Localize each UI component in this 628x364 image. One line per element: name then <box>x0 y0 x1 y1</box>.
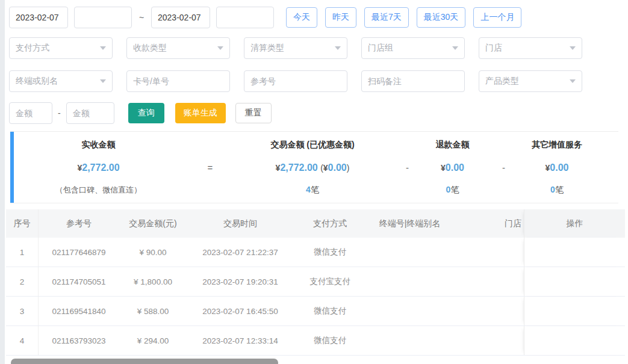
receipt-type-select[interactable]: 收款类型 <box>126 37 230 59</box>
cell-amount: ¥ 294.00 <box>119 326 187 355</box>
product-type-select-placeholder: 产品类型 <box>485 76 519 87</box>
cell-store <box>453 238 524 267</box>
cell-time: 2023-02-07 19:20:31 <box>187 267 294 296</box>
cell-time: 2023-02-07 21:22:37 <box>187 238 294 267</box>
chevron-down-icon <box>570 46 576 50</box>
quick-range-yesterday-button[interactable]: 昨天 <box>325 7 356 28</box>
date-range-separator: ~ <box>138 13 145 22</box>
end-date-input[interactable] <box>151 7 210 28</box>
cell-store <box>453 326 524 355</box>
summary-note: （包含口碑、微信直连） <box>14 185 183 196</box>
amount-range-separator: - <box>58 108 61 118</box>
summary-minus-separator: - <box>388 132 427 203</box>
cell-time: 2023-02-07 16:45:50 <box>187 297 294 325</box>
date-filter-row: ~ 今天 昨天 最近7天 最近30天 上一个月 <box>9 7 529 28</box>
pay-method-select[interactable]: 支付方式 <box>9 37 113 59</box>
header-time: 交易时间 <box>187 209 294 238</box>
scan-remark-input[interactable] <box>361 70 465 92</box>
receipt-type-select-placeholder: 收款类型 <box>133 43 167 54</box>
cell-store <box>453 267 524 296</box>
settlement-type-select[interactable]: 清算类型 <box>244 37 347 59</box>
settlement-type-select-placeholder: 清算类型 <box>250 43 284 54</box>
summary-equals-separator: = <box>183 132 237 203</box>
start-date-input[interactable] <box>9 7 68 28</box>
summary-minus-separator: - <box>478 132 529 203</box>
end-time-input[interactable] <box>216 7 274 28</box>
chevron-down-icon <box>452 46 458 50</box>
product-type-select[interactable]: 产品类型 <box>479 70 582 92</box>
cell-seq: 3 <box>6 297 39 325</box>
amount-min-input[interactable] <box>9 102 52 124</box>
terminal-alias-select-placeholder: 终端或别名 <box>16 76 58 87</box>
quick-range-today-button[interactable]: 今天 <box>286 7 317 28</box>
table-row[interactable]: 1 021177646879 ¥ 90.00 2023-02-07 21:22:… <box>6 238 625 267</box>
summary-count: 0笔 <box>529 185 585 196</box>
table-row[interactable]: 2 021174705051 ¥ 1,800.00 2023-02-07 19:… <box>6 267 625 297</box>
store-group-select-placeholder: 门店组 <box>368 43 393 54</box>
cell-amount: ¥ 90.00 <box>119 238 187 267</box>
cell-pay-method: 微信支付 <box>294 326 366 355</box>
store-group-select[interactable]: 门店组 <box>361 37 465 59</box>
summary-amount: ¥0.00 <box>427 162 478 173</box>
cell-terminal <box>366 238 453 267</box>
cell-pay-method: 微信支付 <box>294 238 366 267</box>
chevron-down-icon <box>100 46 106 50</box>
quick-range-last7days-button[interactable]: 最近7天 <box>364 7 409 28</box>
quick-range-lastmonth-button[interactable]: 上一个月 <box>473 7 521 28</box>
cell-action[interactable] <box>524 326 625 355</box>
cell-ref: 021177646879 <box>39 238 119 267</box>
header-terminal: 终端号|终端别名 <box>366 209 453 238</box>
cell-terminal <box>366 326 453 355</box>
cell-amount: ¥ 1,800.00 <box>119 267 187 296</box>
summary-refund-amount: 退款金额 ¥0.00 0笔 <box>427 132 478 203</box>
summary-label: 交易金额 (已优惠金额) <box>237 140 388 150</box>
cell-amount: ¥ 588.00 <box>119 297 187 325</box>
header-amount: 交易金额(元) <box>119 209 187 238</box>
quick-range-last30days-button[interactable]: 最近30天 <box>417 7 466 28</box>
settlement-summary: 实收金额 ¥2,772.00 （包含口碑、微信直连） = 交易金额 (已优惠金额… <box>10 131 618 203</box>
header-seq: 序号 <box>6 209 39 238</box>
action-row: - 查询 账单生成 重置 <box>9 102 272 124</box>
summary-label: 实收金额 <box>14 140 183 150</box>
summary-amount: ¥2,772.00 (¥0.00) <box>237 162 388 173</box>
store-select[interactable]: 门店 <box>479 37 582 59</box>
amount-max-input[interactable] <box>66 102 114 124</box>
bill-generate-button[interactable]: 账单生成 <box>175 103 226 123</box>
summary-value-added-services: 其它增值服务 ¥0.00 0笔 <box>529 132 585 203</box>
header-store: 门店 <box>453 209 524 238</box>
cell-pay-method: 微信支付 <box>294 297 366 325</box>
cell-action[interactable] <box>524 267 625 296</box>
reference-number-input[interactable] <box>244 70 347 92</box>
cell-ref: 021169541840 <box>39 297 119 325</box>
cell-pay-method: 支付宝支付 <box>294 267 366 296</box>
quick-range-bar: 今天 昨天 最近7天 最近30天 上一个月 <box>286 7 529 28</box>
header-action: 操作 <box>524 209 625 238</box>
cell-ref: 021163793023 <box>39 326 119 355</box>
summary-count: 0笔 <box>427 185 478 196</box>
card-number-input[interactable] <box>126 70 230 92</box>
cell-action[interactable] <box>524 297 625 325</box>
cell-seq: 2 <box>6 267 39 296</box>
horizontal-scrollbar-thumb[interactable] <box>11 359 278 364</box>
table-row[interactable]: 4 021163793023 ¥ 294.00 2023-02-07 12:33… <box>6 326 625 356</box>
summary-label: 其它增值服务 <box>529 140 585 150</box>
cell-seq: 1 <box>6 238 39 267</box>
chevron-down-icon <box>335 46 341 50</box>
cell-store <box>453 297 524 325</box>
reset-button[interactable]: 重置 <box>235 103 272 123</box>
search-button[interactable]: 查询 <box>128 103 164 123</box>
chevron-down-icon <box>570 79 576 83</box>
chevron-down-icon <box>217 46 223 50</box>
summary-received-amount: 实收金额 ¥2,772.00 （包含口碑、微信直连） <box>14 132 183 203</box>
table-row[interactable]: 3 021169541840 ¥ 588.00 2023-02-07 16:45… <box>6 297 625 326</box>
cell-action[interactable] <box>524 238 625 267</box>
terminal-alias-select[interactable]: 终端或别名 <box>9 70 113 92</box>
summary-transaction-amount: 交易金额 (已优惠金额) ¥2,772.00 (¥0.00) 4笔 <box>237 132 388 203</box>
store-select-placeholder: 门店 <box>485 43 502 54</box>
select-filter-row: 支付方式 收款类型 清算类型 门店组 门店 <box>9 37 596 59</box>
cell-ref: 021174705051 <box>39 267 119 296</box>
table-header-row: 序号 参考号 交易金额(元) 交易时间 支付方式 终端号|终端别名 门店 操作 <box>6 209 625 238</box>
text-filter-row: 终端或别名 产品类型 <box>9 70 596 92</box>
start-time-input[interactable] <box>74 7 132 28</box>
transactions-table: 序号 参考号 交易金额(元) 交易时间 支付方式 终端号|终端别名 门店 操作 … <box>6 209 625 356</box>
